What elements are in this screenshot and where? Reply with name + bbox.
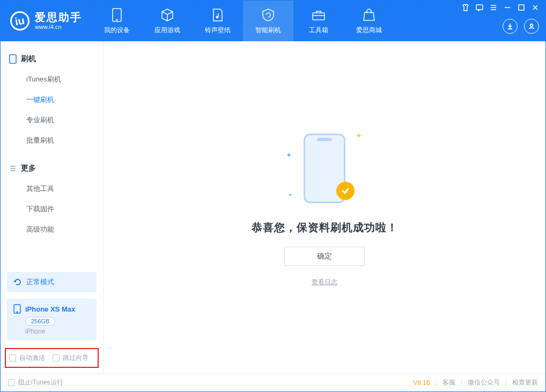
sidebar-item-pro-flash[interactable]: 专业刷机 bbox=[1, 110, 103, 130]
ok-button[interactable]: 确定 bbox=[284, 247, 365, 266]
checkbox-skip-guide[interactable]: 跳过向导 bbox=[53, 353, 88, 363]
sparkle-icon: ✦ bbox=[288, 192, 292, 198]
version-label: V8.16 bbox=[413, 379, 430, 387]
sidebar-item-itunes-flash[interactable]: iTunes刷机 bbox=[1, 69, 103, 90]
success-illustration: ✦ ✦ ✦ bbox=[271, 128, 378, 209]
check-badge-icon bbox=[336, 182, 355, 200]
list-icon bbox=[9, 165, 17, 172]
svg-rect-4 bbox=[476, 5, 483, 10]
device-type: iPhone bbox=[25, 328, 90, 335]
main-content: ✦ ✦ ✦ 恭喜您，保资料刷机成功啦！ 确定 查看日志 bbox=[104, 41, 545, 373]
device-card[interactable]: iPhone XS Max 256GB iPhone bbox=[7, 299, 97, 341]
checkbox-auto-activate[interactable]: 自动激活 bbox=[9, 353, 45, 363]
app-title: 爱思助手 bbox=[35, 11, 82, 24]
refresh-icon bbox=[13, 278, 22, 286]
sidebar-item-download-firmware[interactable]: 下载固件 bbox=[1, 199, 103, 219]
device-mode[interactable]: 正常模式 bbox=[7, 272, 97, 292]
logo-icon: iu bbox=[10, 11, 29, 31]
svg-point-9 bbox=[17, 312, 18, 313]
status-link-support[interactable]: 客服 bbox=[442, 378, 455, 387]
svg-rect-7 bbox=[10, 55, 16, 63]
sparkle-icon: ✦ bbox=[286, 151, 292, 159]
window-controls bbox=[462, 1, 545, 41]
titlebar: iu 爱思助手 www.i4.cn 我的设备 应用游戏 铃声壁纸 智能刷机 bbox=[1, 1, 545, 41]
svg-point-1 bbox=[116, 19, 117, 20]
svg-rect-3 bbox=[313, 13, 324, 20]
user-button[interactable] bbox=[524, 19, 539, 34]
sidebar-item-advanced[interactable]: 高级功能 bbox=[1, 219, 103, 240]
shirt-icon[interactable] bbox=[462, 4, 469, 11]
minimize-button[interactable] bbox=[504, 4, 511, 11]
checkbox-icon bbox=[8, 379, 15, 386]
svg-rect-5 bbox=[519, 5, 524, 10]
svg-point-6 bbox=[530, 24, 533, 26]
status-link-wechat[interactable]: 微信公众号 bbox=[468, 378, 500, 387]
bag-icon bbox=[361, 8, 377, 23]
music-file-icon bbox=[210, 8, 225, 23]
device-name: iPhone XS Max bbox=[25, 305, 75, 313]
top-tabs: 我的设备 应用游戏 铃声壁纸 智能刷机 工具箱 爱思商城 bbox=[92, 1, 394, 41]
device-storage: 256GB bbox=[25, 317, 55, 326]
menu-icon[interactable] bbox=[490, 4, 497, 11]
view-log-link[interactable]: 查看日志 bbox=[312, 278, 337, 287]
tab-ringtones-wallpapers[interactable]: 铃声壁纸 bbox=[193, 1, 243, 41]
tab-my-device[interactable]: 我的设备 bbox=[92, 1, 142, 41]
toolbox-icon bbox=[311, 8, 326, 23]
tab-apps-games[interactable]: 应用游戏 bbox=[142, 1, 193, 41]
app-url: www.i4.cn bbox=[35, 24, 82, 31]
cube-icon bbox=[160, 8, 175, 23]
tab-store[interactable]: 爱思商城 bbox=[344, 1, 394, 41]
sidebar-item-oneclick-flash[interactable]: 一键刷机 bbox=[1, 90, 103, 110]
phone-icon bbox=[13, 304, 21, 314]
sidebar: 刷机 iTunes刷机 一键刷机 专业刷机 批量刷机 更多 其他工具 下载固件 … bbox=[1, 41, 104, 373]
device-icon bbox=[109, 8, 124, 23]
success-message: 恭喜您，保资料刷机成功啦！ bbox=[252, 220, 398, 235]
maximize-button[interactable] bbox=[518, 4, 525, 11]
sidebar-item-other-tools[interactable]: 其他工具 bbox=[1, 179, 103, 199]
download-button[interactable] bbox=[503, 19, 518, 34]
statusbar: 阻止iTunes运行 V8.16 | 客服 | 微信公众号 | 检查更新 bbox=[1, 373, 545, 391]
close-button[interactable] bbox=[532, 4, 539, 11]
checkbox-block-itunes[interactable]: 阻止iTunes运行 bbox=[8, 378, 63, 387]
bottom-checkboxes-highlight: 自动激活 跳过向导 bbox=[5, 348, 99, 368]
tab-smart-flash[interactable]: 智能刷机 bbox=[243, 1, 293, 41]
phone-icon bbox=[9, 54, 17, 64]
checkbox-icon bbox=[53, 354, 60, 361]
logo: iu 爱思助手 www.i4.cn bbox=[1, 1, 92, 41]
sidebar-head-more: 更多 bbox=[1, 158, 103, 179]
feedback-icon[interactable] bbox=[476, 4, 483, 11]
sparkle-icon: ✦ bbox=[356, 131, 362, 140]
svg-point-2 bbox=[216, 16, 218, 18]
shield-refresh-icon bbox=[261, 8, 276, 23]
sidebar-head-flash: 刷机 bbox=[1, 49, 103, 69]
sidebar-item-batch-flash[interactable]: 批量刷机 bbox=[1, 130, 103, 151]
checkbox-icon bbox=[9, 354, 16, 361]
tab-toolbox[interactable]: 工具箱 bbox=[293, 1, 344, 41]
status-link-update[interactable]: 检查更新 bbox=[512, 378, 538, 387]
